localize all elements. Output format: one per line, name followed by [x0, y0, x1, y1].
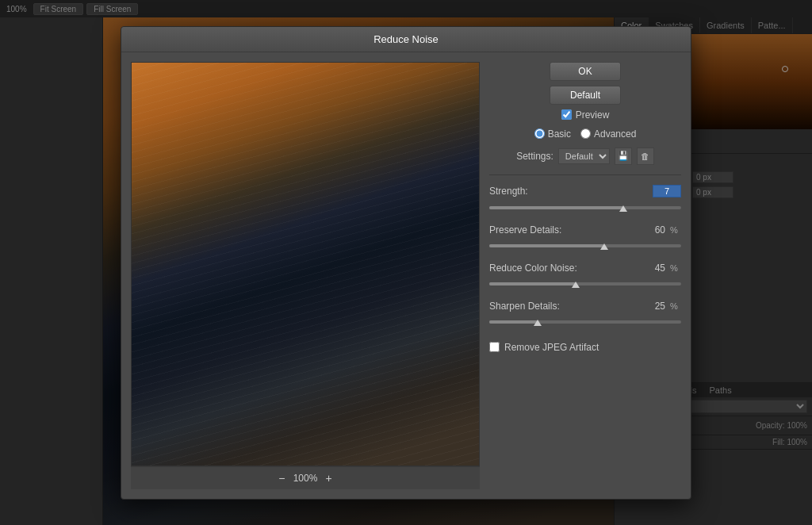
- strength-track-container: [489, 201, 681, 215]
- strength-fill: [489, 206, 623, 209]
- color-noise-header: Reduce Color Noise: 45 %: [489, 262, 681, 274]
- zoom-value-text: 100%: [292, 473, 320, 484]
- preserve-value: 60: [643, 224, 665, 236]
- preserve-fill: [489, 244, 604, 247]
- advanced-label: Advanced: [594, 128, 636, 140]
- preserve-header: Preserve Details: 60 %: [489, 224, 681, 236]
- preserve-track-container: [489, 239, 681, 253]
- color-noise-value: 45: [643, 262, 665, 274]
- basic-radio[interactable]: [534, 128, 545, 139]
- strength-label: Strength:: [489, 186, 648, 197]
- delete-settings-button[interactable]: 🗑: [637, 148, 654, 165]
- strength-header: Strength: 7: [489, 185, 681, 197]
- color-noise-thumb[interactable]: [572, 282, 580, 288]
- sharpen-track-container: [489, 315, 681, 329]
- preview-label: Preview: [576, 109, 610, 121]
- sharpen-header: Sharpen Details: 25 %: [489, 301, 681, 312]
- preserve-slider-group: Preserve Details: 60 %: [489, 224, 681, 253]
- color-noise-pct: %: [670, 263, 681, 273]
- sharpen-label: Sharpen Details:: [489, 301, 638, 312]
- artifact-checkbox[interactable]: [489, 342, 500, 352]
- slider-section: Strength: 7 Preserve D: [489, 185, 681, 329]
- strength-slider-group: Strength: 7: [489, 185, 681, 215]
- preview-checkbox[interactable]: [561, 109, 572, 120]
- strength-thumb[interactable]: [619, 205, 627, 212]
- preview-checkbox-row: Preview: [561, 109, 610, 121]
- preserve-label: Preserve Details:: [489, 224, 638, 236]
- zoom-in-icon[interactable]: +: [326, 472, 332, 485]
- strength-input[interactable]: 7: [653, 185, 681, 197]
- reduce-noise-dialog: Reduce Noise − 100% + OK Default: [121, 26, 691, 500]
- sharpen-value: 25: [643, 301, 665, 312]
- settings-label: Settings:: [516, 151, 553, 162]
- preview-panel: − 100% +: [131, 62, 480, 489]
- dialog-body: − 100% + OK Default Preview: [121, 52, 691, 499]
- mode-radio-row: Basic Advanced: [534, 128, 637, 140]
- preserve-pct: %: [670, 225, 681, 235]
- color-noise-track: [489, 282, 681, 285]
- divider-1: [489, 174, 681, 175]
- sharpen-pct: %: [670, 301, 681, 311]
- basic-radio-option[interactable]: Basic: [534, 128, 571, 140]
- default-button[interactable]: Default: [550, 86, 621, 105]
- artifact-checkbox-row: Remove JPEG Artifact: [489, 342, 681, 353]
- sharpen-thumb[interactable]: [534, 320, 542, 326]
- color-noise-fill: [489, 282, 576, 285]
- save-settings-button[interactable]: 💾: [615, 148, 632, 165]
- controls-panel: OK Default Preview Basic Advanced: [489, 62, 681, 489]
- preserve-thumb[interactable]: [600, 243, 608, 250]
- basic-label: Basic: [548, 128, 571, 140]
- dialog-titlebar: Reduce Noise: [121, 27, 691, 52]
- controls-top: OK Default Preview Basic Advanced: [489, 62, 681, 165]
- preserve-track: [489, 244, 681, 247]
- dialog-title: Reduce Noise: [373, 33, 439, 45]
- ok-button[interactable]: OK: [550, 62, 621, 81]
- settings-select[interactable]: Default: [558, 148, 610, 164]
- strength-track: [489, 206, 681, 209]
- zoom-out-icon[interactable]: −: [278, 472, 285, 485]
- color-noise-slider-group: Reduce Color Noise: 45 %: [489, 262, 681, 291]
- advanced-radio-option[interactable]: Advanced: [580, 128, 636, 140]
- modal-overlay: Reduce Noise − 100% + OK Default: [0, 0, 812, 525]
- advanced-radio[interactable]: [580, 128, 591, 139]
- preview-footer: − 100% +: [131, 466, 480, 489]
- sharpen-slider-group: Sharpen Details: 25 %: [489, 301, 681, 329]
- sharpen-fill: [489, 320, 538, 324]
- preview-image[interactable]: [131, 62, 480, 466]
- settings-row: Settings: Default 💾 🗑: [516, 148, 654, 165]
- color-noise-track-container: [489, 277, 681, 291]
- color-noise-label: Reduce Color Noise:: [489, 262, 638, 274]
- artifact-label: Remove JPEG Artifact: [504, 342, 599, 353]
- sharpen-track: [489, 320, 681, 324]
